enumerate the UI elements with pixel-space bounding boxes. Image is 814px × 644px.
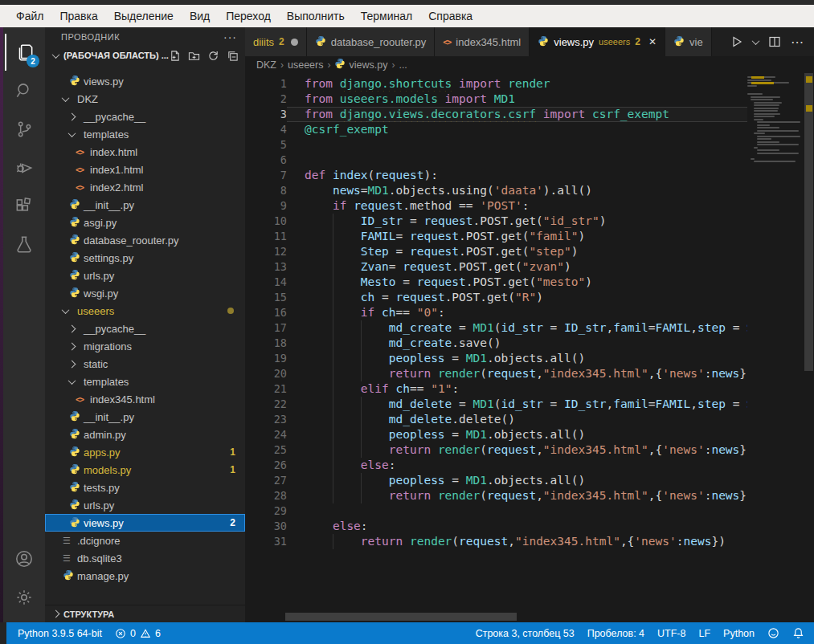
status-right: Строка 3, столбец 53 Пробелов: 4 UTF-8 L… bbox=[469, 627, 811, 639]
tab-views.py[interactable]: views.pyuseeers2✕ bbox=[530, 27, 665, 56]
tab-database_roouter.py[interactable]: database_roouter.py bbox=[307, 27, 436, 56]
code-editor[interactable]: 1from django.shortcuts import render2fro… bbox=[245, 73, 814, 622]
breadcrumb-item[interactable]: useeers bbox=[288, 59, 323, 71]
menu-item[interactable]: Выделение bbox=[106, 7, 182, 25]
language-mode[interactable]: Python bbox=[717, 628, 761, 639]
tree-item-__pycache__[interactable]: __pycache__ bbox=[45, 320, 245, 337]
tree-item-db.sqlite3[interactable]: ☰db.sqlite3 bbox=[45, 549, 245, 567]
explorer-more-actions-icon[interactable]: ··· bbox=[223, 31, 237, 43]
new-file-icon[interactable] bbox=[169, 50, 181, 62]
breadcrumb-separator: › bbox=[327, 59, 330, 71]
tree-item-index1.html[interactable]: <>index1.html bbox=[45, 161, 245, 178]
eol-sequence[interactable]: LF bbox=[692, 628, 717, 639]
minimap-line bbox=[751, 99, 773, 100]
settings-gear-icon[interactable] bbox=[5, 579, 43, 616]
run-python-file-icon[interactable] bbox=[730, 35, 743, 48]
tree-item-label: db.sqlite3 bbox=[77, 552, 122, 565]
run-dropdown-icon[interactable] bbox=[752, 37, 760, 45]
feedback-icon[interactable] bbox=[761, 627, 786, 639]
structure-section-header[interactable]: СТРУКТУРА bbox=[45, 605, 245, 622]
python-interpreter[interactable]: Python 3.9.5 64-bit bbox=[11, 628, 108, 639]
tab-close-icon[interactable]: ✕ bbox=[648, 36, 657, 47]
tree-item-asgi.py[interactable]: asgi.py bbox=[45, 214, 245, 231]
tree-item-apps.py[interactable]: apps.py1 bbox=[45, 443, 245, 461]
tab-vie[interactable]: vie bbox=[665, 27, 712, 56]
collapse-all-icon[interactable] bbox=[227, 50, 239, 62]
cursor-position[interactable]: Строка 3, столбец 53 bbox=[469, 628, 581, 639]
testing-icon[interactable] bbox=[5, 226, 43, 263]
menu-item[interactable]: Выполнить bbox=[279, 7, 353, 25]
search-icon[interactable] bbox=[5, 72, 43, 109]
source-control-icon[interactable] bbox=[5, 111, 43, 148]
tree-item-templates[interactable]: templates bbox=[45, 125, 245, 143]
line-number: 11 bbox=[245, 229, 287, 244]
extensions-icon[interactable] bbox=[5, 188, 43, 225]
line-number: 20 bbox=[245, 366, 287, 381]
indentation[interactable]: Пробелов: 4 bbox=[581, 628, 651, 639]
tree-item-urls.py[interactable]: urls.py bbox=[45, 496, 245, 514]
tree-item-database_roouter.py[interactable]: database_roouter.py bbox=[45, 231, 245, 249]
tree-item-manage.py[interactable]: manage.py bbox=[45, 567, 245, 585]
tree-item-index.html[interactable]: <>index.html bbox=[45, 143, 245, 161]
tab-diiits[interactable]: diiits2 bbox=[245, 27, 307, 56]
chevron-right-icon bbox=[68, 360, 76, 368]
new-folder-icon[interactable] bbox=[188, 50, 200, 62]
python-file-icon bbox=[69, 481, 80, 495]
tree-item-DKZ[interactable]: DKZ bbox=[45, 90, 245, 108]
tree-item-index345.html[interactable]: <>index345.html bbox=[45, 390, 245, 408]
split-editor-icon[interactable] bbox=[768, 35, 781, 48]
tree-item-index2.html[interactable]: <>index2.html bbox=[45, 178, 245, 196]
tree-item-admin.py[interactable]: admin.py bbox=[45, 426, 245, 443]
tree-item-settings.py[interactable]: settings.py bbox=[45, 249, 245, 267]
encoding[interactable]: UTF-8 bbox=[651, 628, 692, 639]
workspace-section-header[interactable]: (РАБОЧАЯ ОБЛАСТЬ) ... bbox=[45, 47, 245, 64]
vertical-scrollbar[interactable] bbox=[804, 73, 814, 622]
tree-item-.dcignore[interactable]: ☰.dcignore bbox=[45, 532, 245, 549]
breadcrumb-item[interactable]: ... bbox=[399, 59, 407, 71]
tree-item-__init__.py[interactable]: __init__.py bbox=[45, 408, 245, 426]
menu-item[interactable]: Вид bbox=[182, 7, 218, 25]
more-actions-icon[interactable]: ⋯ bbox=[791, 35, 804, 50]
notifications-bell-icon[interactable] bbox=[786, 627, 811, 639]
minimap-line bbox=[754, 147, 758, 149]
indent-guide bbox=[361, 351, 362, 366]
tree-item-models.py[interactable]: models.py1 bbox=[45, 461, 245, 479]
workspace-label: (РАБОЧАЯ ОБЛАСТЬ) ... bbox=[63, 51, 169, 60]
tree-item-wsgi.py[interactable]: wsgi.py bbox=[45, 284, 245, 302]
tree-item-tests.py[interactable]: tests.py bbox=[45, 479, 245, 496]
horizontal-scrollbar-thumb[interactable] bbox=[285, 613, 517, 621]
tree-item-views.py[interactable]: views.py2 bbox=[45, 514, 245, 532]
tree-item-views.py[interactable]: views.py bbox=[45, 72, 245, 90]
tree-item-__init__.py[interactable]: __init__.py bbox=[45, 196, 245, 214]
tree-item-templates[interactable]: templates bbox=[45, 373, 245, 390]
account-icon[interactable] bbox=[5, 540, 43, 577]
tree-item-static[interactable]: static bbox=[45, 355, 245, 373]
tree-item-useeers[interactable]: useeers bbox=[45, 302, 245, 320]
menu-item[interactable]: Правка bbox=[51, 7, 105, 25]
minimap[interactable] bbox=[747, 73, 804, 622]
chevron-down-icon bbox=[62, 306, 70, 314]
explorer-icon[interactable]: 2 bbox=[5, 34, 43, 71]
run-debug-icon[interactable] bbox=[5, 149, 43, 186]
tree-item-migrations[interactable]: migrations bbox=[45, 337, 245, 355]
tab-index345.html[interactable]: <>index345.html bbox=[435, 27, 530, 56]
breadcrumb-item[interactable]: DKZ bbox=[256, 59, 276, 71]
tab-badge: 2 bbox=[635, 36, 640, 47]
indent-guide bbox=[333, 412, 333, 427]
refresh-icon[interactable] bbox=[207, 50, 219, 62]
menu-item[interactable]: Справка bbox=[420, 7, 481, 25]
minimap-line bbox=[747, 85, 757, 87]
vertical-scrollbar-thumb[interactable] bbox=[804, 73, 813, 371]
code-line-16: 16 if ch== "0": bbox=[245, 305, 747, 320]
problems-indicator[interactable]: 0 6 bbox=[108, 628, 167, 639]
menu-item[interactable]: Файл bbox=[8, 7, 51, 25]
python-file-icon bbox=[69, 198, 80, 212]
breadcrumb-item[interactable]: views.py bbox=[334, 58, 387, 71]
tab-description: useeers bbox=[599, 37, 630, 47]
menu-item[interactable]: Переход bbox=[218, 7, 279, 25]
tree-item-__pycache__[interactable]: __pycache__ bbox=[45, 108, 245, 125]
tree-item-urls.py[interactable]: urls.py bbox=[45, 267, 245, 284]
tree-item-label: __init__.py bbox=[84, 199, 134, 211]
line-number: 23 bbox=[245, 412, 287, 427]
menu-item[interactable]: Терминал bbox=[353, 7, 420, 25]
